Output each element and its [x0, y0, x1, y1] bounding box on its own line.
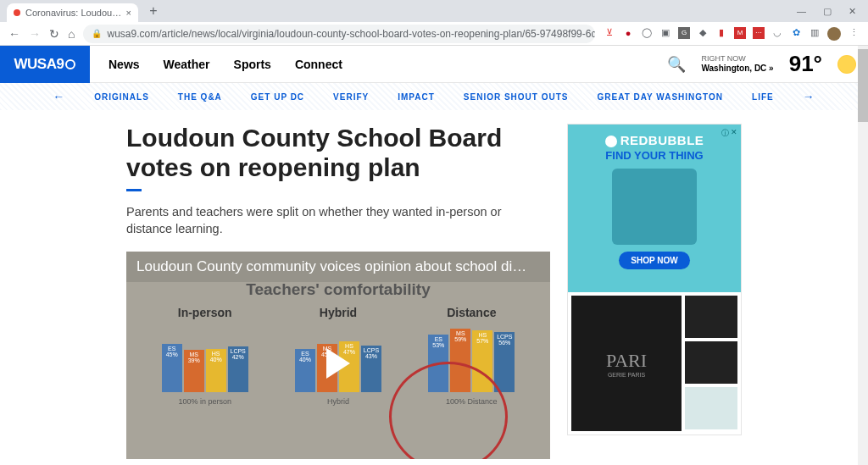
- ad-close[interactable]: ⓘ✕: [721, 128, 737, 139]
- ext-icon[interactable]: ◯: [641, 27, 653, 39]
- ext-icon[interactable]: ⊻: [604, 27, 615, 39]
- ad-product-main[interactable]: PARI GERIE PARIS: [571, 296, 682, 431]
- nav-sports[interactable]: Sports: [234, 58, 271, 71]
- weather-widget[interactable]: RIGHT NOW Washington, DC »: [701, 54, 773, 74]
- subnav-item[interactable]: ORIGINALS: [94, 92, 149, 102]
- ad-product-thumb[interactable]: [685, 296, 737, 338]
- forward-button[interactable]: →: [29, 27, 41, 41]
- ext-icon[interactable]: ◆: [697, 27, 709, 39]
- search-icon[interactable]: 🔍: [667, 55, 686, 74]
- ad-product-thumb[interactable]: [685, 341, 737, 384]
- subnav-item[interactable]: IMPACT: [398, 92, 435, 102]
- ad-brand: REDBUBBLE: [576, 133, 732, 147]
- tab-title: Coronavirus: Loudoun County Sc: [25, 8, 123, 18]
- weather-location: Washington, DC »: [701, 64, 773, 74]
- subnav-item[interactable]: GREAT DAY WASHINGTON: [598, 92, 724, 102]
- new-tab-button[interactable]: +: [145, 3, 162, 19]
- ad-unit[interactable]: ⓘ✕ REDBUBBLE FIND YOUR THING SHOP NOW PA…: [567, 124, 742, 435]
- back-button[interactable]: ←: [8, 27, 20, 41]
- close-tab-icon[interactable]: ×: [126, 8, 131, 18]
- subnav-item[interactable]: THE Q&A: [178, 92, 222, 102]
- main-nav: News Weather Sports Connect: [108, 58, 342, 71]
- play-icon[interactable]: [326, 348, 350, 379]
- sidebar: ⓘ✕ REDBUBBLE FIND YOUR THING SHOP NOW PA…: [567, 124, 742, 459]
- minimize-button[interactable]: —: [797, 6, 806, 17]
- logo-target-icon: [65, 59, 75, 69]
- ext-icon[interactable]: G: [678, 27, 690, 39]
- scrollbar[interactable]: [858, 46, 868, 465]
- article-headline: Loudoun County School Board votes on reo…: [126, 124, 550, 182]
- home-button[interactable]: ⌂: [68, 27, 75, 41]
- site-logo[interactable]: WUSA9: [0, 46, 90, 83]
- pinterest-icon[interactable]: ●: [622, 27, 634, 39]
- ad-art: [612, 169, 697, 245]
- nav-news[interactable]: News: [108, 58, 140, 71]
- sub-nav: ← ORIGINALS THE Q&A GET UP DC VERIFY IMP…: [0, 83, 868, 110]
- subnav-item[interactable]: GET UP DC: [251, 92, 304, 102]
- reload-button[interactable]: ↻: [49, 27, 59, 41]
- menu-icon[interactable]: ⋮: [848, 27, 860, 39]
- ext-icon[interactable]: ▣: [659, 27, 671, 39]
- article: Loudoun County School Board votes on reo…: [126, 124, 550, 459]
- ext-icon[interactable]: ▥: [809, 27, 821, 39]
- pdf-icon[interactable]: ▮: [715, 27, 727, 39]
- close-window-button[interactable]: ✕: [849, 6, 856, 17]
- ad-product-thumb[interactable]: [685, 387, 737, 429]
- ext-icon[interactable]: ⋯: [753, 27, 765, 39]
- sun-icon: [837, 55, 856, 74]
- gmail-icon[interactable]: M: [734, 27, 746, 39]
- nav-weather[interactable]: Weather: [164, 58, 210, 71]
- subnav-next-icon[interactable]: →: [803, 90, 815, 103]
- browser-tab[interactable]: Coronavirus: Loudoun County Sc ×: [7, 3, 138, 22]
- address-bar[interactable]: 🔒 wusa9.com/article/news/local/virginia/…: [83, 25, 595, 43]
- ext-icon[interactable]: ✿: [790, 27, 802, 39]
- temperature: 91°: [789, 51, 822, 77]
- subnav-item[interactable]: VERIFY: [333, 92, 369, 102]
- profile-avatar[interactable]: [827, 27, 841, 41]
- subnav-prev-icon[interactable]: ←: [53, 90, 65, 103]
- video-player[interactable]: Loudoun County community voices opinion …: [126, 252, 550, 459]
- favicon: [14, 9, 20, 16]
- ad-tagline: FIND YOUR THING: [576, 149, 732, 162]
- headline-accent: [126, 189, 142, 191]
- article-subhead: Parents and teachers were split on wheth…: [126, 203, 550, 238]
- lock-icon: 🔒: [92, 29, 102, 38]
- subnav-item[interactable]: SENIOR SHOUT OUTS: [464, 92, 569, 102]
- chart-title: Teachers' comfortability: [126, 280, 550, 299]
- nav-connect[interactable]: Connect: [295, 58, 342, 71]
- subnav-item[interactable]: LIFE: [752, 92, 774, 102]
- ext-icon[interactable]: ◡: [771, 27, 783, 39]
- ad-cta-button[interactable]: SHOP NOW: [619, 252, 689, 269]
- scroll-thumb[interactable]: [858, 49, 868, 122]
- url-text: wusa9.com/article/news/local/virginia/lo…: [107, 28, 595, 40]
- video-title: Loudoun County community voices opinion …: [126, 252, 550, 282]
- now-label: RIGHT NOW: [701, 54, 745, 64]
- maximize-button[interactable]: ▢: [823, 6, 832, 17]
